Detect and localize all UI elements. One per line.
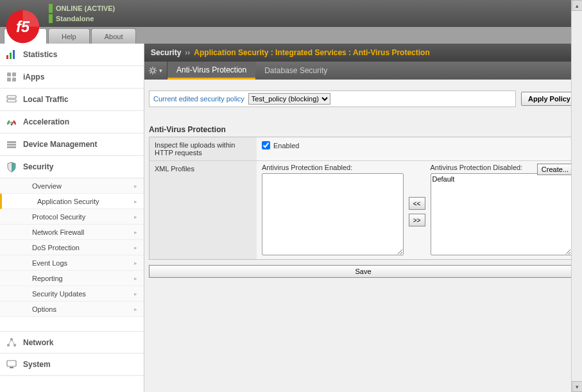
status-mode: Standalone xyxy=(49,14,115,23)
nav-iapps[interactable]: iApps xyxy=(0,66,144,89)
svg-rect-5 xyxy=(7,72,11,76)
policy-label: Current edited security policy xyxy=(153,95,244,103)
nav-network-label: Network xyxy=(23,338,53,347)
sidebar: Statistics iApps Local Traffic Accelerat… xyxy=(0,44,144,392)
sidebar-item-label: Security Updates xyxy=(32,290,86,298)
chevron-right-icon: ▸ xyxy=(134,229,137,235)
row-xml-label: XML Profiles xyxy=(150,161,257,259)
nav-network[interactable]: Network xyxy=(0,331,144,354)
status-mode-text: Standalone xyxy=(56,15,94,22)
apps-icon xyxy=(5,71,18,83)
svg-point-23 xyxy=(151,69,154,72)
row-inspect-label: Inspect file uploads within HTTP request… xyxy=(150,137,257,160)
sidebar-item-network-firewall[interactable]: Network Firewall▸ xyxy=(0,225,144,240)
policy-select[interactable]: Test_policy (blocking) xyxy=(248,93,330,105)
svg-line-29 xyxy=(154,72,155,74)
chevron-right-icon: ▸ xyxy=(134,291,137,297)
svg-rect-15 xyxy=(7,146,16,148)
nav-acceleration-label: Acceleration xyxy=(23,117,69,126)
enabled-list-label: Antivirus Protection Enabled: xyxy=(262,164,404,171)
sidebar-item-overview[interactable]: Overview▸ xyxy=(0,178,144,194)
sidebar-item-protocol-security[interactable]: Protocol Security▸ xyxy=(0,209,144,225)
enabled-checkbox-label[interactable]: Enabled xyxy=(262,141,572,149)
nav-device-management[interactable]: Device Management xyxy=(0,133,144,156)
move-right-button[interactable]: >> xyxy=(409,214,425,226)
sidebar-item-label: Protocol Security xyxy=(32,213,85,221)
monitor-icon xyxy=(5,358,18,371)
network-icon xyxy=(5,336,18,349)
chevron-right-icon: ▸ xyxy=(134,260,137,266)
status-online: ONLINE (ACTIVE) xyxy=(49,4,115,13)
scroll-up-button[interactable]: ▴ xyxy=(572,0,582,11)
svg-point-12 xyxy=(11,124,13,126)
sub-tab-bar: ▼ Anti-Virus Protection Database Securit… xyxy=(144,62,582,80)
sidebar-item-label: DoS Protection xyxy=(32,244,80,251)
chevron-right-icon: ▸ xyxy=(134,214,137,220)
chevron-right-icon: ▸ xyxy=(134,198,137,205)
scroll-down-button[interactable]: ▾ xyxy=(572,381,582,392)
f5-logo: f5 xyxy=(5,9,40,44)
chevron-down-icon: ▼ xyxy=(158,68,164,74)
apply-policy-button[interactable]: Apply Policy xyxy=(521,92,578,106)
page-scrollbar[interactable]: ▴ ▾ xyxy=(571,0,582,392)
sidebar-item-label: Reporting xyxy=(32,275,63,282)
breadcrumb-root: Security xyxy=(151,48,181,57)
nav-statistics[interactable]: Statistics xyxy=(0,44,144,66)
chevron-right-icon: ▸ xyxy=(134,244,137,251)
section-title: Anti-Virus Protection xyxy=(149,125,578,134)
breadcrumb-path: Application Security : Integrated Servic… xyxy=(194,48,429,57)
tab-about[interactable]: About xyxy=(91,28,137,44)
gauge-icon xyxy=(5,115,18,128)
subtab-database[interactable]: Database Security xyxy=(255,62,336,80)
sidebar-item-event-logs[interactable]: Event Logs▸ xyxy=(0,255,144,271)
status-dot-icon xyxy=(49,14,53,23)
status-online-text: ONLINE (ACTIVE) xyxy=(56,4,115,12)
svg-rect-9 xyxy=(7,96,16,98)
nav-system[interactable]: System xyxy=(0,354,144,376)
nav-acceleration[interactable]: Acceleration xyxy=(0,111,144,133)
nav-device-management-label: Device Management xyxy=(23,140,97,149)
breadcrumb-sep: ›› xyxy=(185,48,190,57)
svg-rect-10 xyxy=(7,99,16,102)
nav-local-traffic-label: Local Traffic xyxy=(23,95,69,104)
svg-rect-13 xyxy=(7,141,16,143)
chart-icon xyxy=(5,48,18,61)
svg-rect-7 xyxy=(7,78,11,81)
enabled-text: Enabled xyxy=(273,142,299,149)
svg-line-28 xyxy=(150,68,151,69)
shield-icon xyxy=(5,160,18,173)
sidebar-item-label: Event Logs xyxy=(32,259,67,267)
nav-security-label: Security xyxy=(23,162,53,171)
svg-rect-4 xyxy=(13,50,15,59)
subtab-antivirus[interactable]: Anti-Virus Protection xyxy=(167,62,255,80)
sidebar-item-dos-protection[interactable]: DoS Protection▸ xyxy=(0,240,144,255)
status-dot-icon xyxy=(49,4,53,13)
top-tabs-bar: Main Help About xyxy=(0,27,582,44)
nav-iapps-label: iApps xyxy=(23,72,44,81)
sidebar-item-application-security[interactable]: Application Security▸ xyxy=(0,194,144,209)
sidebar-item-options[interactable]: Options▸ xyxy=(0,302,144,317)
chevron-right-icon: ▸ xyxy=(134,275,137,282)
top-header-bar: ONLINE (ACTIVE) Standalone xyxy=(0,0,582,27)
sidebar-item-security-updates[interactable]: Security Updates▸ xyxy=(0,286,144,302)
svg-line-19 xyxy=(8,339,12,345)
save-button[interactable]: Save xyxy=(149,265,578,278)
move-left-button[interactable]: << xyxy=(409,197,425,210)
create-button[interactable]: Create... xyxy=(537,164,573,175)
tab-help[interactable]: Help xyxy=(48,28,90,44)
gear-dropdown[interactable]: ▼ xyxy=(144,62,167,80)
enabled-list[interactable] xyxy=(262,173,404,255)
svg-rect-2 xyxy=(6,55,8,59)
nav-statistics-label: Statistics xyxy=(23,50,57,59)
server-icon xyxy=(5,93,18,106)
disabled-list[interactable]: Default xyxy=(431,173,572,255)
gear-icon xyxy=(148,66,157,75)
nav-local-traffic[interactable]: Local Traffic xyxy=(0,89,144,111)
sidebar-item-label: Application Security xyxy=(37,198,99,205)
svg-text:f5: f5 xyxy=(16,18,30,35)
svg-line-31 xyxy=(154,68,155,69)
sidebar-item-label: Overview xyxy=(32,182,62,190)
nav-security[interactable]: Security xyxy=(0,156,144,178)
enabled-checkbox[interactable] xyxy=(262,141,270,149)
sidebar-item-reporting[interactable]: Reporting▸ xyxy=(0,271,144,286)
